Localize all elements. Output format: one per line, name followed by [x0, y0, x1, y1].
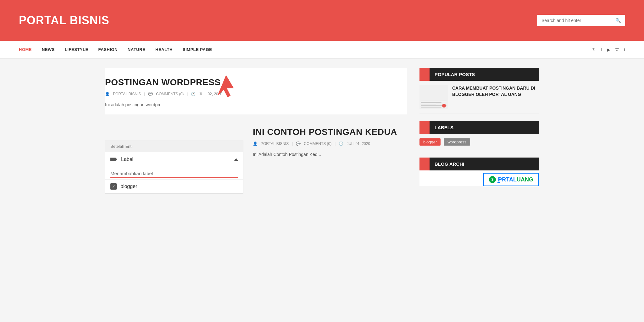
thumb-line-2 [421, 102, 441, 103]
blog-archive-content: P̲RTALUANG [419, 170, 539, 186]
label-checkbox-row: blogger [105, 180, 243, 193]
post-1: POSTINGAN WORDPRESS 👤 PORTAL BISNIS | 💬 … [105, 68, 407, 114]
search-box: 🔍 [537, 15, 625, 26]
popular-post-text-1: CARA MEMBUAT POSTINGAN BARU DI BLOGGER O… [452, 85, 539, 109]
post-2-comments-icon: 💬 [296, 142, 301, 146]
social-links: 𝕏 f ▶ ▽ t [592, 47, 625, 52]
meta-sep-3: | [292, 142, 293, 146]
nav-bar: HOME NEWS LIFESTYLE FASHION NATURE HEALT… [0, 41, 644, 58]
portaluang-coin-icon [489, 176, 496, 183]
post-2-author: PORTAL BISNIS [261, 142, 289, 146]
nav-links: HOME NEWS LIFESTYLE FASHION NATURE HEALT… [19, 42, 212, 58]
tumblr-icon[interactable]: t [624, 47, 625, 52]
labels-widget: LABELS blogger wordpress [419, 121, 539, 150]
thumb-line-3 [421, 104, 436, 104]
post-2-author-icon: 👤 [253, 142, 258, 146]
popular-posts-accent [419, 68, 430, 81]
blog-archive-accent [419, 158, 430, 170]
thumb-line-5 [421, 107, 441, 108]
content-area: POSTINGAN WORDPRESS 👤 PORTAL BISNIS | 💬 … [105, 68, 407, 194]
label-row: Label [105, 152, 243, 167]
search-button[interactable]: 🔍 [611, 15, 625, 26]
post-1-date: JULI 02, 2020 [199, 92, 222, 96]
post-2-excerpt: Ini Adalah Contoh Postingan Ked... [253, 151, 407, 158]
label-tag-blogger[interactable]: blogger [419, 138, 441, 146]
labels-title: LABELS [430, 121, 539, 134]
label-tag-wordpress[interactable]: wordpress [444, 138, 470, 146]
nav-link-home[interactable]: HOME [19, 42, 32, 58]
post-2-title[interactable]: INI CONTOH POSTINGAN KEDUA [253, 127, 407, 137]
post-1-comments: COMMENTS (0) [156, 92, 184, 96]
popular-posts-widget: POPULAR POSTS CARA MEMBUAT [419, 68, 539, 114]
label-input[interactable] [110, 169, 238, 178]
post-1-author: PORTAL BISNIS [113, 92, 141, 96]
post-1-title[interactable]: POSTINGAN WORDPRESS [105, 77, 397, 87]
labels-title-bar: LABELS [419, 121, 539, 134]
label-panel: Setelah Enti Label blogger [105, 141, 243, 194]
label-input-row [105, 167, 243, 180]
search-input[interactable] [537, 15, 611, 26]
portaluang-badge: P̲RTALUANG [483, 173, 539, 186]
popular-post-item-1[interactable]: CARA MEMBUAT POSTINGAN BARU DI BLOGGER O… [419, 81, 539, 114]
blogger-label: blogger [120, 184, 137, 189]
thumb-person-icon [442, 104, 446, 108]
nav-link-health[interactable]: HEALTH [155, 42, 173, 58]
portaluang-portal-text: P̲RTAL [498, 176, 517, 183]
meta-sep-2: | [187, 92, 188, 96]
chevron-up-icon[interactable] [234, 158, 238, 161]
popular-posts-title-bar: POPULAR POSTS [419, 68, 539, 81]
sidebar: POPULAR POSTS CARA MEMBUAT [419, 68, 539, 194]
blog-archive-title-bar: BLOG ARCHI [419, 158, 539, 170]
portaluang-uang-text: UANG [517, 176, 533, 183]
label-panel-header: Setelah Enti [105, 141, 243, 152]
label-tag-icon [110, 156, 117, 163]
popular-post-thumb-1 [419, 85, 448, 109]
post-2-comments: COMMENTS (0) [304, 142, 331, 146]
post-2: INI CONTOH POSTINGAN KEDUA 👤 PORTAL BISN… [243, 121, 407, 164]
post-2-date: JULI 01, 2020 [347, 142, 370, 146]
site-logo: PORTAL BISNIS [19, 14, 109, 27]
blog-archive-title: BLOG ARCHI [430, 158, 539, 170]
nav-link-news[interactable]: NEWS [42, 42, 55, 58]
meta-sep-1: | [144, 92, 145, 96]
site-header: PORTAL BISNIS 🔍 [0, 0, 644, 41]
labels-accent [419, 121, 430, 134]
facebook-icon[interactable]: f [601, 47, 602, 52]
blog-archive-widget: BLOG ARCHI P̲RTALUANG [419, 158, 539, 186]
nav-link-fashion[interactable]: FASHION [98, 42, 118, 58]
meta-sep-4: | [335, 142, 336, 146]
thumb-line-1 [421, 101, 447, 101]
post-2-date-icon: 🕐 [339, 142, 343, 146]
post-1-excerpt: Ini adalah postingan wordpre... [105, 101, 397, 108]
nav-link-nature[interactable]: NATURE [128, 42, 145, 58]
label-row-left: Label [110, 156, 133, 163]
popular-posts-title: POPULAR POSTS [430, 68, 539, 81]
post-1-comments-icon: 💬 [148, 92, 153, 96]
youtube-icon[interactable]: ▶ [607, 47, 610, 52]
post-1-date-icon: 🕐 [191, 92, 196, 96]
portaluang-logo-text: P̲RTALUANG [498, 176, 533, 183]
main-container: POSTINGAN WORDPRESS 👤 PORTAL BISNIS | 💬 … [86, 58, 558, 203]
twitter-icon[interactable]: 𝕏 [592, 47, 596, 52]
blogger-checkbox[interactable] [110, 183, 117, 190]
label-title: Label [121, 157, 133, 162]
nav-link-simple-page[interactable]: SIMPLE PAGE [183, 42, 212, 58]
post-1-meta: 👤 PORTAL BISNIS | 💬 COMMENTS (0) | 🕐 JUL… [105, 92, 397, 96]
nav-link-lifestyle[interactable]: LIFESTYLE [65, 42, 88, 58]
post-2-meta: 👤 PORTAL BISNIS | 💬 COMMENTS (0) | 🕐 JUL… [253, 142, 407, 146]
post-1-author-icon: 👤 [105, 92, 110, 96]
vimeo-icon[interactable]: ▽ [615, 47, 619, 52]
labels-list: blogger wordpress [419, 134, 539, 150]
